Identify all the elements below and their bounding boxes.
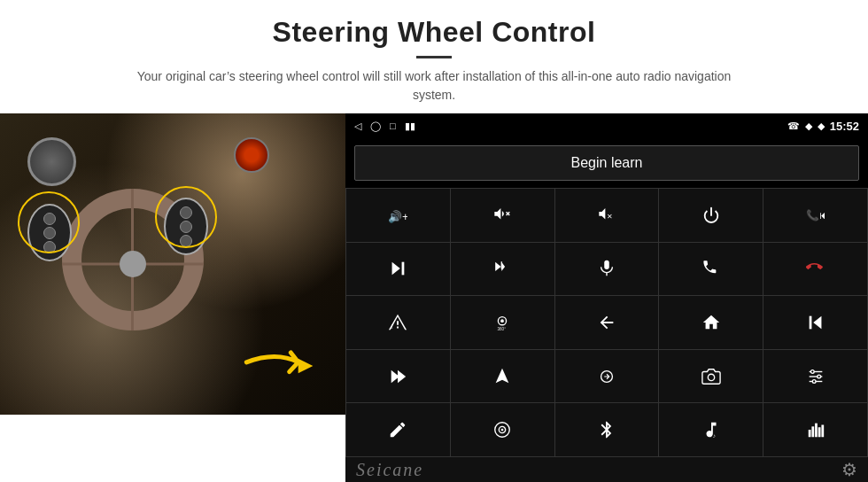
- status-bar-left: ◁ ◯ □ ▮▮: [354, 120, 415, 132]
- radio-button[interactable]: [451, 403, 554, 456]
- phone-status-icon: ☎: [787, 120, 800, 132]
- status-bar-right: ☎ ◆ ◆ 15:52: [787, 120, 859, 133]
- back-nav-icon[interactable]: ◁: [354, 120, 361, 132]
- svg-marker-8: [495, 262, 500, 271]
- back-nav-button[interactable]: [555, 296, 659, 349]
- navigate-icon: [492, 367, 512, 386]
- vol-up-icon: 🔊+: [388, 206, 407, 225]
- title-divider: [416, 56, 452, 58]
- svg-rect-35: [815, 424, 818, 438]
- shuffle-button[interactable]: [451, 243, 554, 296]
- hang-up-icon: [806, 259, 825, 278]
- music-icon: ♪: [701, 420, 721, 439]
- skip-back-button[interactable]: [763, 296, 867, 349]
- equalizer-button[interactable]: [763, 403, 867, 456]
- svg-marker-17: [813, 316, 821, 330]
- recents-nav-icon[interactable]: □: [390, 120, 396, 131]
- settings-gear-icon[interactable]: ⚙: [841, 459, 857, 480]
- content-area: ◁ ◯ □ ▮▮ ☎ ◆ ◆ 15:52: [0, 113, 868, 482]
- svg-point-15: [500, 319, 504, 323]
- alert-icon: !: [388, 313, 407, 332]
- next-track-button[interactable]: [346, 243, 450, 296]
- equalizer-icon: [806, 420, 825, 439]
- settings-sliders-icon: [806, 367, 825, 386]
- navigate-button[interactable]: [451, 350, 554, 403]
- svg-point-26: [810, 369, 814, 373]
- begin-learn-row: Begin learn: [345, 138, 868, 188]
- yellow-arrow: [239, 344, 328, 388]
- begin-learn-button[interactable]: Begin learn: [354, 145, 859, 181]
- pen-button[interactable]: [346, 403, 450, 456]
- page-wrapper: Steering Wheel Control Your original car…: [0, 0, 868, 482]
- svg-rect-33: [808, 430, 810, 437]
- eq-button[interactable]: [555, 350, 659, 403]
- svg-rect-7: [402, 262, 405, 276]
- svg-text:360°: 360°: [498, 327, 507, 331]
- svg-text:♪: ♪: [713, 432, 716, 439]
- vol-down-button[interactable]: [451, 189, 554, 242]
- svg-rect-11: [604, 260, 609, 269]
- home-nav-icon[interactable]: ◯: [370, 120, 381, 132]
- svg-rect-37: [821, 425, 824, 438]
- svg-point-27: [817, 375, 820, 378]
- speedometer: [27, 137, 76, 186]
- steering-photo: [0, 113, 345, 415]
- fast-forward-icon: [388, 367, 407, 386]
- circle-highlight-right: [155, 186, 217, 248]
- vol-down-icon: [492, 206, 512, 225]
- call-prev-button[interactable]: 📞⏮: [763, 189, 867, 242]
- svg-text:!: !: [391, 323, 393, 330]
- svg-text:✕: ✕: [607, 212, 613, 220]
- controls-grid: 🔊+ ✕: [345, 188, 868, 457]
- page-title: Steering Wheel Control: [35, 16, 833, 49]
- bluetooth-button[interactable]: [555, 403, 659, 456]
- wifi-icon: ◆: [818, 120, 825, 132]
- power-button[interactable]: [659, 189, 763, 242]
- svg-marker-20: [398, 369, 406, 383]
- radio-icon: [492, 420, 512, 439]
- fast-forward-button[interactable]: [346, 350, 450, 403]
- svg-rect-36: [818, 427, 820, 437]
- status-bar: ◁ ◯ □ ▮▮ ☎ ◆ ◆ 15:52: [345, 113, 868, 138]
- location-icon: ◆: [805, 120, 812, 132]
- svg-text:📞⏮: 📞⏮: [806, 207, 825, 221]
- mic-button[interactable]: [555, 243, 659, 296]
- music-button[interactable]: ♪: [659, 403, 763, 456]
- next-track-icon: [388, 259, 407, 278]
- 360-button[interactable]: 360°: [451, 296, 554, 349]
- home-screen-icon: [701, 313, 721, 332]
- status-time: 15:52: [830, 120, 859, 133]
- alert-button[interactable]: !: [346, 296, 450, 349]
- back-nav-icon: [597, 313, 616, 332]
- mic-icon: [597, 259, 616, 278]
- subtitle-text: Your original car’s steering wheel contr…: [124, 67, 744, 105]
- android-screen: ◁ ◯ □ ▮▮ ☎ ◆ ◆ 15:52: [345, 113, 868, 482]
- power-icon: [701, 206, 721, 225]
- signal-icon: ▮▮: [405, 120, 415, 132]
- svg-point-31: [501, 429, 504, 431]
- bluetooth-icon: [597, 420, 616, 439]
- svg-rect-34: [811, 427, 814, 438]
- mute-button[interactable]: ✕: [555, 189, 659, 242]
- svg-marker-0: [298, 359, 314, 374]
- vol-up-button[interactable]: 🔊+: [346, 189, 450, 242]
- phone-answer-button[interactable]: [659, 243, 763, 296]
- svg-marker-6: [392, 262, 400, 276]
- wheel-center: [120, 251, 146, 277]
- hang-up-button[interactable]: [763, 243, 867, 296]
- camera-button[interactable]: [659, 350, 763, 403]
- svg-text:🔊+: 🔊+: [388, 209, 407, 223]
- home-screen-button[interactable]: [659, 296, 763, 349]
- 360-icon: 360°: [492, 313, 512, 332]
- svg-point-22: [708, 374, 714, 380]
- settings-sliders-button[interactable]: [763, 350, 867, 403]
- shuffle-icon: [492, 259, 512, 278]
- svg-point-28: [812, 379, 816, 383]
- watermark-bar: Seicane ⚙: [345, 457, 868, 482]
- circle-highlight-left: [18, 191, 80, 253]
- svg-marker-10: [501, 262, 505, 271]
- mute-icon: ✕: [597, 206, 616, 225]
- pen-icon: [388, 420, 407, 439]
- camera-icon: [701, 367, 721, 386]
- svg-rect-18: [809, 316, 811, 330]
